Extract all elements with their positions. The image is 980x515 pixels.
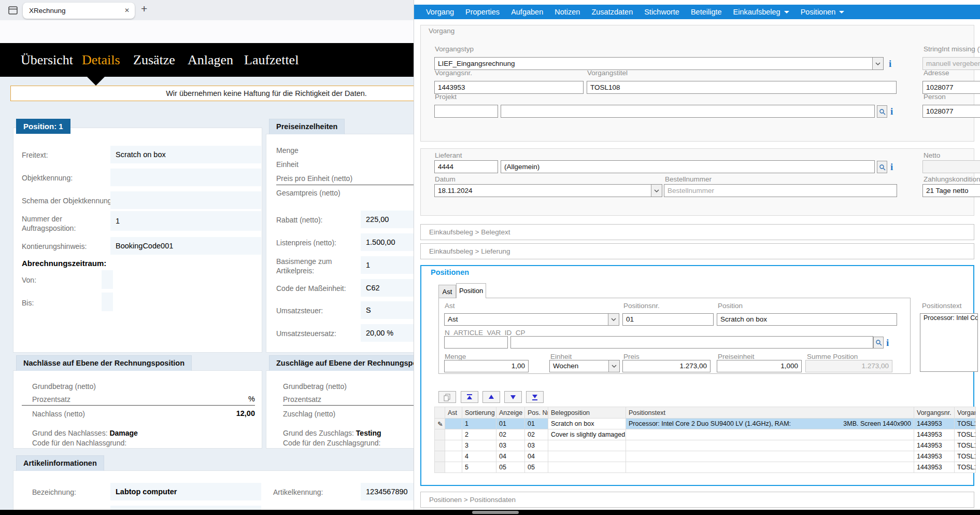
move-top-button[interactable]: [461, 391, 478, 403]
positionsnr-field[interactable]: 01: [622, 313, 714, 326]
cell-belegposition[interactable]: [548, 440, 626, 451]
projekt-nr-field[interactable]: [434, 105, 498, 118]
cell-vorgangsnr[interactable]: 1443953: [914, 429, 955, 440]
dropdown-button[interactable]: [872, 58, 883, 69]
cell-vorgangsnr[interactable]: 1443953: [914, 419, 955, 429]
menu-einkaufsbeleg[interactable]: Einkaufsbeleg: [728, 8, 795, 16]
cell-vorgangsnr[interactable]: 1443953: [914, 462, 955, 473]
adresse-field[interactable]: 1028077: [922, 81, 980, 94]
position-field[interactable]: Scratch on box: [717, 313, 897, 326]
article-name-field[interactable]: [510, 336, 873, 349]
table-row[interactable]: 4 04 04 1443953 TOSL108: [435, 451, 976, 462]
cell-vorgang[interactable]: TOSL108: [955, 462, 976, 473]
cell-anzeige[interactable]: 02: [496, 429, 525, 440]
new-tab-button[interactable]: +: [141, 3, 147, 15]
stringint-field[interactable]: manuell vergeben: [922, 57, 980, 70]
info-icon[interactable]: i: [886, 338, 889, 347]
cell-sortierung[interactable]: 3: [462, 440, 496, 451]
cell-positionstext[interactable]: [626, 451, 914, 462]
nav-details[interactable]: Details: [82, 43, 120, 77]
move-up-button[interactable]: [482, 391, 500, 403]
cell-sortierung[interactable]: 5: [462, 462, 496, 473]
article-lookup-button[interactable]: [873, 337, 884, 349]
cell-vorgangsnr[interactable]: 1443953: [914, 440, 955, 451]
datum-select[interactable]: 18.11.2024: [434, 184, 662, 197]
table-row[interactable]: 3 03 03 1443953 TOSL108: [435, 440, 976, 451]
nav-uebersicht[interactable]: Übersicht: [21, 43, 73, 77]
info-icon[interactable]: i: [890, 106, 893, 116]
section-positionsdaten[interactable]: Positionen > Positionsdaten: [420, 492, 974, 508]
zahlungskondition-field[interactable]: 21 Tage netto: [922, 184, 980, 197]
cell-belegposition[interactable]: [548, 462, 626, 473]
move-down-button[interactable]: [504, 391, 522, 403]
info-icon[interactable]: i: [890, 162, 893, 172]
ast-select[interactable]: Ast: [444, 313, 619, 326]
tab-ast[interactable]: Ast: [438, 285, 456, 298]
menu-vorgang[interactable]: Vorgang: [420, 8, 460, 16]
bestellnummer-field[interactable]: Bestellnummer: [664, 184, 897, 197]
section-belegtext[interactable]: Einkaufsbeleg > Belegtext: [420, 224, 974, 240]
browser-tab[interactable]: XRechnung ✕: [23, 3, 135, 19]
cell-anzeige[interactable]: 05: [496, 462, 525, 473]
cell-posnr[interactable]: 02: [525, 429, 548, 440]
cell-anzeige[interactable]: 01: [496, 419, 525, 429]
cell-belegposition[interactable]: [548, 451, 626, 462]
cell-sortierung[interactable]: 2: [462, 429, 496, 440]
nav-zusaetze[interactable]: Zusätze: [133, 43, 175, 77]
einheit-select[interactable]: Wochen: [549, 360, 620, 372]
cell-posnr[interactable]: 03: [525, 440, 548, 451]
cell-posnr[interactable]: 04: [525, 451, 548, 462]
table-row[interactable]: ✎ 1 01 01 Scratch on box Processor: Inte…: [435, 419, 976, 429]
cell-belegposition[interactable]: Cover is slightly damaged.: [548, 429, 626, 440]
cell-ast[interactable]: [445, 451, 462, 462]
netto-field[interactable]: [922, 160, 980, 173]
cell-vorgang[interactable]: TOSL108: [955, 440, 976, 451]
cell-posnr[interactable]: 05: [525, 462, 548, 473]
row-edit-pencil-icon[interactable]: ✎: [435, 419, 445, 429]
vorgangsnr-field[interactable]: 1443953: [434, 81, 584, 94]
tab-position[interactable]: Position: [456, 283, 486, 298]
positionstext-area[interactable]: Processor: Intel Core 2 Duo SU9400 LV (1…: [920, 313, 978, 372]
tab-close-icon[interactable]: ✕: [124, 3, 130, 19]
copy-rows-button[interactable]: [438, 391, 456, 403]
cell-posnr[interactable]: 01: [525, 419, 548, 429]
row-selector[interactable]: [435, 462, 445, 473]
projekt-lookup-button[interactable]: [877, 105, 887, 118]
menge-field[interactable]: 1,00: [444, 360, 529, 372]
nav-anlagen[interactable]: Anlagen: [188, 43, 233, 77]
menu-properties[interactable]: Properties: [460, 8, 505, 16]
vorgangstyp-select[interactable]: LIEF_Eingangsrechnung: [434, 57, 884, 70]
lieferant-nr-field[interactable]: 4444: [434, 160, 498, 173]
row-selector[interactable]: [435, 451, 445, 462]
article-nr-field[interactable]: [444, 336, 508, 349]
cell-ast[interactable]: [445, 429, 462, 440]
lieferant-lookup-button[interactable]: [877, 161, 887, 173]
dropdown-button[interactable]: [651, 185, 662, 197]
row-selector[interactable]: [435, 429, 445, 440]
menu-notizen[interactable]: Notizen: [549, 8, 586, 16]
menu-positionen[interactable]: Positionen: [795, 8, 850, 16]
dropdown-button[interactable]: [608, 314, 619, 325]
lieferant-name-field[interactable]: (Allgemein): [501, 160, 875, 173]
dropdown-button[interactable]: [608, 360, 619, 372]
cell-sortierung[interactable]: 4: [462, 451, 496, 462]
cell-vorgang[interactable]: TOSL108: [955, 429, 976, 440]
preiseinheit-field[interactable]: 1,000: [717, 360, 802, 372]
section-lieferung[interactable]: Einkaufsbeleg > Lieferung: [420, 243, 974, 259]
cell-positionstext[interactable]: [626, 462, 914, 473]
cell-positionstext[interactable]: [626, 440, 914, 451]
cell-ast[interactable]: [445, 440, 462, 451]
cell-positionstext[interactable]: Processor: Intel Core 2 Duo SU9400 LV (1…: [626, 419, 914, 429]
info-icon[interactable]: i: [889, 59, 891, 68]
cell-sortierung[interactable]: 1: [462, 419, 496, 429]
summe-field[interactable]: 1.273,00: [805, 360, 892, 372]
cell-vorgang[interactable]: TOSL108: [955, 451, 976, 462]
cell-belegposition[interactable]: Scratch on box: [548, 419, 626, 429]
nav-laufzettel[interactable]: Laufzettel: [244, 43, 299, 77]
projekt-name-field[interactable]: [501, 105, 875, 118]
cell-anzeige[interactable]: 03: [496, 440, 525, 451]
firefox-view-icon[interactable]: [7, 5, 19, 18]
cell-positionstext[interactable]: [626, 429, 914, 440]
menu-zusatzdaten[interactable]: Zusatzdaten: [586, 8, 638, 16]
table-row[interactable]: 5 05 05 1443953 TOSL108: [435, 462, 976, 473]
